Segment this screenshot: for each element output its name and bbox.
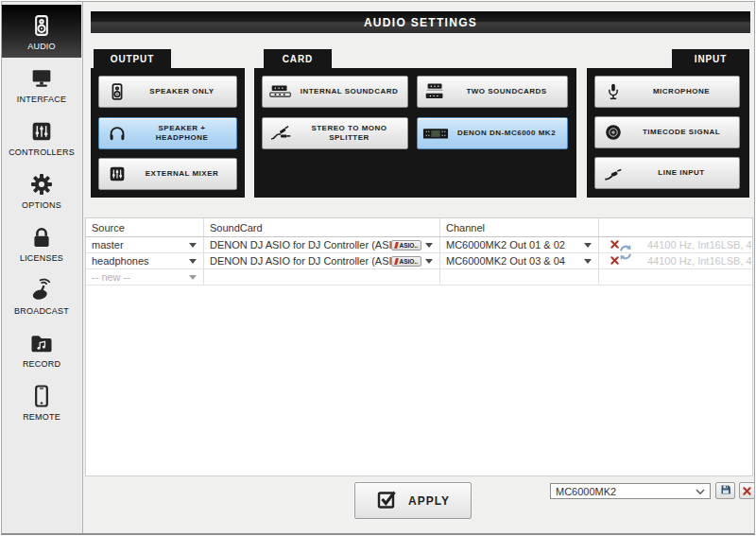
chevron-down-icon	[189, 243, 197, 248]
monitor-icon	[28, 65, 55, 92]
sidebar-item-label: LICENSES	[20, 253, 63, 263]
chevron-down-icon	[425, 259, 433, 264]
sidebar-item-options[interactable]: OPTIONS	[2, 164, 81, 216]
internal-soundcard-button[interactable]: INTERNAL SOUNDCARD	[262, 76, 408, 108]
external-mixer-button[interactable]: EXTERNAL MIXER	[98, 158, 237, 190]
speaker-icon	[28, 12, 55, 39]
column-header-soundcard: SoundCard	[204, 218, 440, 236]
phone-icon	[28, 383, 55, 409]
denon-controller-button[interactable]: DENON DN-MC6000 MK2	[417, 117, 568, 149]
dj-controller-icon	[418, 124, 454, 143]
stream-format-info: 44100 Hz, Int16LSB, 4 cha	[647, 239, 752, 251]
speaker-only-button[interactable]: SPEAKER ONLY	[98, 76, 237, 108]
chevron-down-icon	[584, 259, 592, 264]
soundcard-icon	[263, 82, 299, 101]
asio-logo-mark	[394, 242, 399, 249]
card-section-label: CARD	[264, 49, 332, 68]
source-select[interactable]: master	[86, 237, 204, 252]
preset-value: MC6000MK2	[556, 486, 696, 497]
asio-config-button[interactable]: ASIO..	[391, 256, 421, 267]
save-icon	[720, 482, 731, 499]
folder-music-icon	[28, 330, 55, 356]
sidebar-item-label: RECORD	[23, 359, 60, 369]
column-header-actions	[599, 218, 752, 236]
stream-format-info: 44100 Hz, Int16LSB, 4 cha	[647, 255, 752, 267]
sidebar-item-label: AUDIO	[27, 42, 56, 51]
table-row: headphones DENON DJ ASIO for DJ Controll…	[86, 253, 752, 269]
preset-select[interactable]: MC6000MK2	[550, 483, 711, 499]
two-soundcards-icon	[418, 81, 454, 102]
page-title: AUDIO SETTINGS	[91, 11, 750, 33]
sidebar-item-record[interactable]: RECORD	[2, 322, 81, 375]
gear-icon	[28, 171, 55, 198]
input-section-label: INPUT	[672, 49, 749, 68]
channel-select[interactable]: MC6000MK2 Out 03 & 04	[440, 253, 599, 268]
table-row: -- new --	[86, 269, 752, 285]
delete-preset-button[interactable]	[739, 482, 755, 499]
column-header-source: Source	[86, 218, 204, 236]
sidebar-item-controllers[interactable]: CONTROLLERS	[2, 111, 81, 164]
asio-logo-mark	[394, 258, 399, 265]
line-input-button[interactable]: LINE INPUT	[594, 157, 740, 189]
microphone-button[interactable]: MICROPHONE	[594, 76, 740, 108]
two-soundcards-button[interactable]: TWO SOUNDCARDS	[417, 76, 568, 108]
sidebar-item-audio[interactable]: AUDIO	[2, 5, 81, 58]
sidebar-item-remote[interactable]: REMOTE	[2, 375, 81, 428]
soundcard-select[interactable]: DENON DJ ASIO for DJ Controller (ASIO) A…	[204, 253, 440, 268]
timecode-signal-button[interactable]: TIMECODE SIGNAL	[594, 116, 740, 148]
sidebar-item-label: INTERFACE	[17, 95, 66, 104]
apply-button[interactable]: APPLY	[354, 482, 472, 519]
headphone-icon	[99, 123, 135, 144]
chevron-down-icon	[425, 243, 433, 248]
mixer-icon	[99, 164, 135, 184]
source-select[interactable]: headphones	[86, 253, 204, 268]
microphone-icon	[595, 81, 631, 102]
chevron-down-icon	[189, 259, 197, 264]
soundcard-select[interactable]: DENON DJ ASIO for DJ Controller (ASIO) A…	[204, 237, 440, 252]
channel-select[interactable]: MC6000MK2 Out 01 & 02	[440, 237, 599, 252]
stereo-mono-splitter-button[interactable]: STEREO TO MONO SPLITTER	[262, 117, 408, 149]
sidebar-item-broadcast[interactable]: BROADCAST	[2, 269, 81, 322]
table-header-row: Source SoundCard Channel	[86, 218, 752, 237]
audio-settings-window: AUDIO INTERFACE CONTROLLERS OPTIONS LICE	[1, 1, 755, 535]
checkbox-check-icon	[376, 488, 399, 513]
sidebar-item-interface[interactable]: INTERFACE	[2, 58, 81, 111]
chevron-down-icon	[696, 486, 705, 497]
broadcast-icon	[28, 277, 55, 303]
sidebar-item-label: OPTIONS	[22, 200, 61, 210]
source-select-new[interactable]: -- new --	[86, 269, 204, 285]
asio-config-button[interactable]: ASIO..	[391, 240, 421, 251]
sidebar-item-licenses[interactable]: LICENSES	[2, 216, 81, 269]
delete-x-icon	[743, 482, 751, 499]
chevron-down-icon	[189, 275, 197, 280]
routing-table: Source SoundCard Channel master DENON DJ…	[85, 217, 753, 476]
line-cable-icon	[595, 163, 631, 183]
save-preset-button[interactable]	[715, 482, 735, 499]
sidebar-item-label: REMOTE	[23, 412, 60, 422]
sliders-icon	[28, 118, 55, 145]
sidebar-item-label: BROADCAST	[14, 306, 69, 316]
sidebar: AUDIO INTERFACE CONTROLLERS OPTIONS LICE	[2, 2, 83, 533]
splitter-cable-icon	[263, 122, 299, 145]
refresh-icon[interactable]	[617, 244, 634, 265]
speaker-icon	[99, 81, 135, 102]
column-header-channel: Channel	[440, 218, 599, 236]
chevron-down-icon	[584, 243, 592, 248]
sidebar-item-label: CONTROLLERS	[9, 147, 75, 157]
speaker-headphone-button[interactable]: SPEAKER + HEADPHONE	[98, 117, 237, 149]
output-section-label: OUTPUT	[94, 49, 171, 68]
lock-icon	[28, 224, 55, 251]
vinyl-icon	[595, 122, 631, 143]
table-row: master DENON DJ ASIO for DJ Controller (…	[86, 237, 752, 253]
